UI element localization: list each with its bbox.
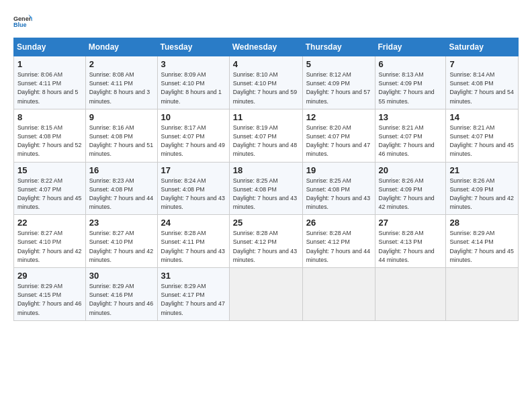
day-info: Sunrise: 8:22 AMSunset: 4:07 PMDaylight:… xyxy=(17,177,82,212)
day-number: 29 xyxy=(17,271,82,281)
day-number: 12 xyxy=(306,112,371,122)
day-info: Sunrise: 8:14 AMSunset: 4:08 PMDaylight:… xyxy=(449,71,515,106)
day-info: Sunrise: 8:21 AMSunset: 4:07 PMDaylight:… xyxy=(449,124,515,159)
day-number: 24 xyxy=(161,218,226,228)
calendar-cell: 14 Sunrise: 8:21 AMSunset: 4:07 PMDaylig… xyxy=(446,109,519,162)
day-info: Sunrise: 8:19 AMSunset: 4:07 PMDaylight:… xyxy=(233,124,299,159)
day-number: 11 xyxy=(233,112,299,122)
col-header-friday: Friday xyxy=(375,38,446,56)
calendar-cell: 4 Sunrise: 8:10 AMSunset: 4:10 PMDayligh… xyxy=(229,56,302,109)
day-number: 17 xyxy=(161,165,226,175)
day-info: Sunrise: 8:24 AMSunset: 4:08 PMDaylight:… xyxy=(161,177,226,212)
calendar-cell: 15 Sunrise: 8:22 AMSunset: 4:07 PMDaylig… xyxy=(14,162,86,215)
day-info: Sunrise: 8:27 AMSunset: 4:10 PMDaylight:… xyxy=(17,229,82,265)
day-info: Sunrise: 8:28 AMSunset: 4:11 PMDaylight:… xyxy=(161,229,226,265)
day-number: 8 xyxy=(17,112,82,122)
logo: General Blue xyxy=(13,12,32,31)
day-number: 13 xyxy=(379,112,443,122)
calendar-cell: 27 Sunrise: 8:28 AMSunset: 4:13 PMDaylig… xyxy=(375,215,446,268)
day-number: 28 xyxy=(449,218,515,228)
calendar-cell: 19 Sunrise: 8:25 AMSunset: 4:08 PMDaylig… xyxy=(302,162,375,215)
day-info: Sunrise: 8:26 AMSunset: 4:09 PMDaylight:… xyxy=(379,177,443,212)
day-info: Sunrise: 8:28 AMSunset: 4:12 PMDaylight:… xyxy=(306,229,371,265)
day-info: Sunrise: 8:25 AMSunset: 4:08 PMDaylight:… xyxy=(233,177,299,212)
calendar-cell: 20 Sunrise: 8:26 AMSunset: 4:09 PMDaylig… xyxy=(375,162,446,215)
calendar-cell: 8 Sunrise: 8:15 AMSunset: 4:08 PMDayligh… xyxy=(14,109,86,162)
col-header-sunday: Sunday xyxy=(14,38,86,56)
day-info: Sunrise: 8:29 AMSunset: 4:14 PMDaylight:… xyxy=(449,229,515,265)
calendar-cell xyxy=(229,268,302,321)
day-number: 14 xyxy=(449,112,515,122)
col-header-tuesday: Tuesday xyxy=(157,38,229,56)
calendar-cell: 18 Sunrise: 8:25 AMSunset: 4:08 PMDaylig… xyxy=(229,162,302,215)
svg-text:General: General xyxy=(13,15,32,22)
day-info: Sunrise: 8:23 AMSunset: 4:08 PMDaylight:… xyxy=(89,177,154,212)
day-number: 27 xyxy=(379,218,443,228)
calendar-cell: 3 Sunrise: 8:09 AMSunset: 4:10 PMDayligh… xyxy=(157,56,229,109)
calendar-cell: 5 Sunrise: 8:12 AMSunset: 4:09 PMDayligh… xyxy=(302,56,375,109)
calendar-cell: 9 Sunrise: 8:16 AMSunset: 4:08 PMDayligh… xyxy=(85,109,157,162)
calendar-cell: 26 Sunrise: 8:28 AMSunset: 4:12 PMDaylig… xyxy=(302,215,375,268)
logo-icon: General Blue xyxy=(13,12,32,31)
day-info: Sunrise: 8:10 AMSunset: 4:10 PMDaylight:… xyxy=(233,71,299,106)
header: General Blue xyxy=(13,12,519,31)
calendar-cell: 31 Sunrise: 8:29 AMSunset: 4:17 PMDaylig… xyxy=(157,268,229,321)
day-number: 5 xyxy=(306,59,371,69)
day-info: Sunrise: 8:29 AMSunset: 4:15 PMDaylight:… xyxy=(17,282,82,318)
calendar-cell: 23 Sunrise: 8:27 AMSunset: 4:10 PMDaylig… xyxy=(85,215,157,268)
svg-text:Blue: Blue xyxy=(13,21,27,28)
col-header-wednesday: Wednesday xyxy=(229,38,302,56)
calendar-cell: 1 Sunrise: 8:06 AMSunset: 4:11 PMDayligh… xyxy=(14,56,86,109)
calendar-cell: 2 Sunrise: 8:08 AMSunset: 4:11 PMDayligh… xyxy=(85,56,157,109)
day-info: Sunrise: 8:16 AMSunset: 4:08 PMDaylight:… xyxy=(89,124,154,159)
calendar-cell: 28 Sunrise: 8:29 AMSunset: 4:14 PMDaylig… xyxy=(446,215,519,268)
day-info: Sunrise: 8:15 AMSunset: 4:08 PMDaylight:… xyxy=(17,124,82,159)
calendar-cell: 17 Sunrise: 8:24 AMSunset: 4:08 PMDaylig… xyxy=(157,162,229,215)
day-number: 7 xyxy=(449,59,515,69)
calendar-cell xyxy=(302,268,375,321)
calendar-cell: 13 Sunrise: 8:21 AMSunset: 4:07 PMDaylig… xyxy=(375,109,446,162)
calendar-cell xyxy=(375,268,446,321)
day-number: 30 xyxy=(89,271,154,281)
day-info: Sunrise: 8:29 AMSunset: 4:16 PMDaylight:… xyxy=(89,282,154,318)
day-info: Sunrise: 8:26 AMSunset: 4:09 PMDaylight:… xyxy=(449,177,515,212)
day-number: 2 xyxy=(89,59,154,69)
day-number: 4 xyxy=(233,59,299,69)
calendar-cell: 16 Sunrise: 8:23 AMSunset: 4:08 PMDaylig… xyxy=(85,162,157,215)
day-number: 23 xyxy=(89,218,154,228)
calendar-cell: 21 Sunrise: 8:26 AMSunset: 4:09 PMDaylig… xyxy=(446,162,519,215)
day-info: Sunrise: 8:27 AMSunset: 4:10 PMDaylight:… xyxy=(89,229,154,265)
day-info: Sunrise: 8:12 AMSunset: 4:09 PMDaylight:… xyxy=(306,71,371,106)
day-number: 15 xyxy=(17,165,82,175)
page: General Blue SundayMondayTuesdayWednesda… xyxy=(0,0,532,411)
day-info: Sunrise: 8:29 AMSunset: 4:17 PMDaylight:… xyxy=(161,282,226,318)
day-info: Sunrise: 8:17 AMSunset: 4:07 PMDaylight:… xyxy=(161,124,226,159)
day-number: 25 xyxy=(233,218,299,228)
day-number: 10 xyxy=(161,112,226,122)
day-info: Sunrise: 8:25 AMSunset: 4:08 PMDaylight:… xyxy=(306,177,371,212)
day-info: Sunrise: 8:21 AMSunset: 4:07 PMDaylight:… xyxy=(379,124,443,159)
day-number: 3 xyxy=(161,59,226,69)
calendar-cell: 29 Sunrise: 8:29 AMSunset: 4:15 PMDaylig… xyxy=(14,268,86,321)
calendar-cell: 24 Sunrise: 8:28 AMSunset: 4:11 PMDaylig… xyxy=(157,215,229,268)
day-number: 6 xyxy=(379,59,443,69)
calendar-cell: 7 Sunrise: 8:14 AMSunset: 4:08 PMDayligh… xyxy=(446,56,519,109)
calendar-cell: 10 Sunrise: 8:17 AMSunset: 4:07 PMDaylig… xyxy=(157,109,229,162)
day-info: Sunrise: 8:28 AMSunset: 4:12 PMDaylight:… xyxy=(233,229,299,265)
day-info: Sunrise: 8:28 AMSunset: 4:13 PMDaylight:… xyxy=(379,229,443,265)
day-info: Sunrise: 8:09 AMSunset: 4:10 PMDaylight:… xyxy=(161,71,226,106)
calendar-cell: 25 Sunrise: 8:28 AMSunset: 4:12 PMDaylig… xyxy=(229,215,302,268)
col-header-monday: Monday xyxy=(85,38,157,56)
day-number: 21 xyxy=(449,165,515,175)
day-info: Sunrise: 8:08 AMSunset: 4:11 PMDaylight:… xyxy=(89,71,154,106)
day-number: 19 xyxy=(306,165,371,175)
col-header-saturday: Saturday xyxy=(446,38,519,56)
calendar-table: SundayMondayTuesdayWednesdayThursdayFrid… xyxy=(13,38,519,321)
calendar-cell xyxy=(446,268,519,321)
col-header-thursday: Thursday xyxy=(302,38,375,56)
calendar-cell: 11 Sunrise: 8:19 AMSunset: 4:07 PMDaylig… xyxy=(229,109,302,162)
day-number: 18 xyxy=(233,165,299,175)
calendar-cell: 22 Sunrise: 8:27 AMSunset: 4:10 PMDaylig… xyxy=(14,215,86,268)
day-number: 20 xyxy=(379,165,443,175)
calendar-cell: 12 Sunrise: 8:20 AMSunset: 4:07 PMDaylig… xyxy=(302,109,375,162)
